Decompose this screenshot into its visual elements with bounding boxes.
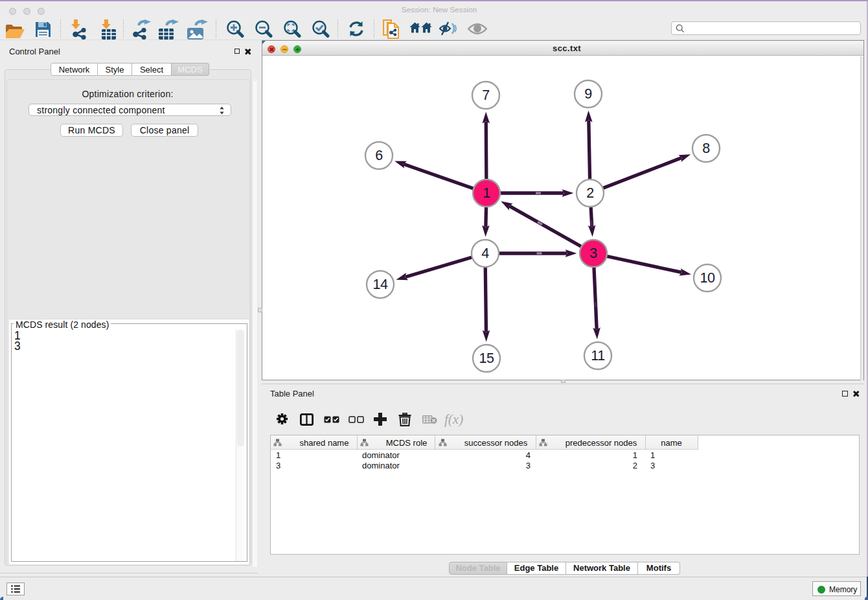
svg-text:9: 9 — [584, 86, 591, 102]
svg-text:7: 7 — [482, 87, 489, 103]
svg-text:2: 2 — [586, 185, 593, 201]
svg-text:14: 14 — [373, 277, 388, 292]
svg-text:10: 10 — [700, 270, 715, 286]
svg-text:8: 8 — [702, 141, 710, 156]
svg-text:15: 15 — [479, 351, 494, 366]
svg-text:1: 1 — [483, 185, 490, 201]
svg-text:3: 3 — [589, 246, 597, 261]
svg-text:11: 11 — [591, 348, 604, 363]
svg-text:4: 4 — [481, 246, 489, 261]
svg-text:6: 6 — [375, 148, 383, 163]
